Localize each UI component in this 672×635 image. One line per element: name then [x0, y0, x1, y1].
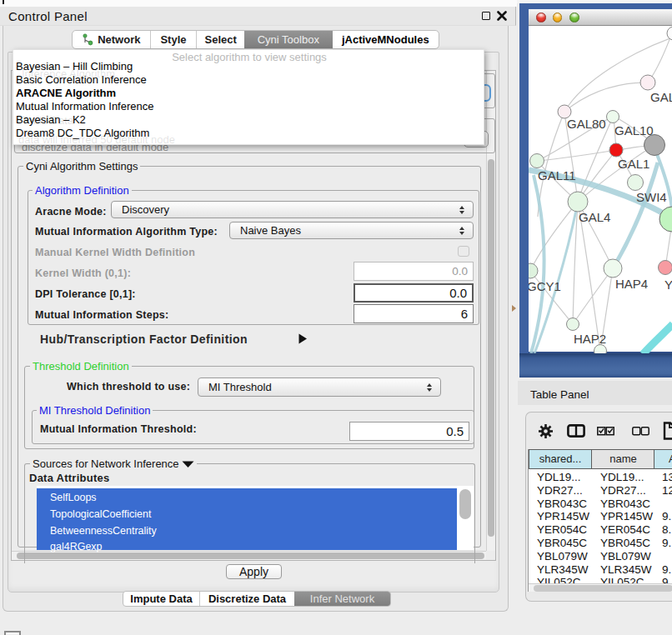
svg-text:GAL: GAL — [650, 90, 672, 104]
svg-text:GCY1: GCY1 — [529, 279, 561, 293]
svg-text:HAP4: HAP4 — [615, 277, 648, 291]
svg-text:GAL1: GAL1 — [618, 157, 649, 171]
svg-text:SWI4: SWI4 — [636, 190, 667, 204]
svg-text:GAL80: GAL80 — [567, 117, 606, 131]
svg-text:HAP2: HAP2 — [574, 332, 606, 346]
svg-text:GAL10: GAL10 — [614, 123, 654, 138]
svg-text:Y: Y — [664, 278, 672, 292]
svg-text:GAL11: GAL11 — [538, 168, 576, 182]
svg-text:GAL4: GAL4 — [579, 210, 610, 224]
